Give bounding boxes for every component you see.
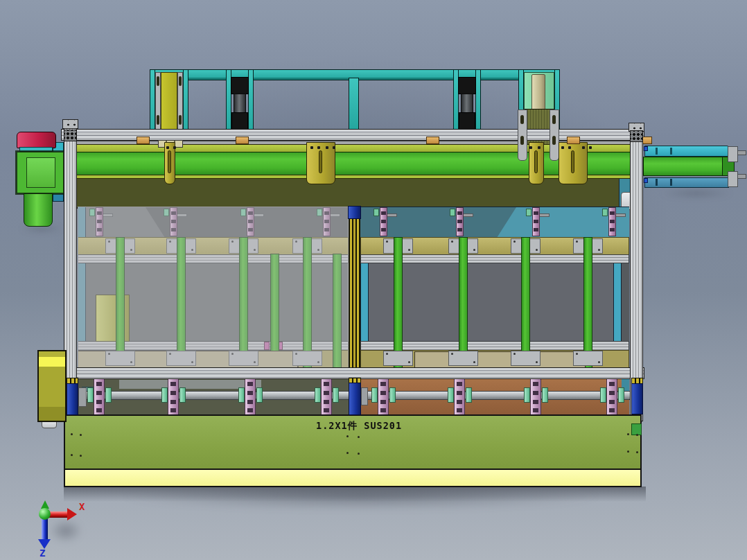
extension-end-bracket — [728, 171, 738, 187]
x-axis-shaft[interactable] — [49, 511, 67, 518]
rail-slot — [179, 76, 182, 86]
clamp-block — [602, 209, 608, 216]
bolt-head — [529, 146, 532, 149]
clamp-slot — [457, 220, 462, 223]
sprocket-slot — [324, 400, 329, 404]
shaft-collar — [333, 387, 339, 403]
clamp-slot — [381, 211, 386, 215]
cad-viewport[interactable]: 1.2X1件 SUS201 X Z — [0, 0, 747, 560]
mount-block — [567, 137, 580, 144]
plate-screw — [473, 249, 475, 251]
pneumatic-cylinder — [234, 94, 246, 114]
extension-shadow — [648, 187, 745, 200]
bolt-hole — [358, 453, 360, 455]
sprocket-slot — [380, 408, 386, 412]
bolt-head — [561, 146, 564, 149]
plate-screw — [513, 240, 516, 243]
plate-slot — [520, 115, 524, 124]
sprocket-slot — [457, 400, 462, 404]
plate-pin-slot — [656, 148, 658, 155]
pneumatic-cylinder — [461, 94, 473, 114]
machine-assembly: 1.2X1件 SUS201 — [0, 0, 747, 560]
sprocket-slot — [380, 382, 386, 386]
sprocket-slot — [96, 400, 102, 404]
bolt-head — [317, 146, 320, 149]
gantry-center-post — [349, 78, 359, 133]
origin-sphere[interactable] — [39, 508, 51, 520]
bolt-hole — [358, 436, 360, 438]
divider-bar — [459, 237, 468, 369]
x-axis-label: X — [79, 501, 85, 512]
sprocket-slot — [533, 400, 538, 404]
sprocket-slot — [457, 408, 462, 412]
post-connector-block — [64, 130, 77, 141]
bolt-hole — [346, 435, 349, 437]
plate-screw — [451, 240, 453, 243]
sprocket-slot — [96, 391, 102, 395]
bolt-head — [310, 146, 313, 149]
frame-post-right — [630, 123, 643, 421]
bolt-hole — [80, 434, 82, 436]
center-divider-blue-top — [348, 206, 361, 219]
sprocket-slot — [170, 382, 176, 386]
clamp-slot — [534, 211, 538, 215]
divider-bar — [521, 237, 530, 369]
bolt-head — [538, 146, 541, 149]
bolt-head — [166, 146, 169, 149]
clamp-slot — [610, 220, 615, 223]
lifter-screw-cylinder — [531, 74, 545, 112]
shaft-collar — [315, 387, 321, 403]
sprocket-slot — [533, 408, 538, 412]
clamp-arm — [615, 213, 626, 217]
plate-screw — [536, 249, 538, 251]
clamp-block — [374, 209, 379, 216]
sprocket-slot — [457, 382, 462, 386]
sprocket-slot — [247, 400, 253, 404]
bolt-head — [326, 146, 328, 149]
plate-pin-slot — [670, 148, 672, 155]
z-axis-shaft[interactable] — [42, 517, 48, 540]
extension-roller — [643, 157, 735, 176]
sprocket-slot — [609, 400, 615, 404]
divider-bar — [394, 237, 403, 369]
sprocket-slot — [96, 408, 102, 412]
clamp-block — [450, 209, 455, 216]
plate-screw — [598, 361, 600, 363]
bolt-head — [568, 146, 571, 149]
mount-block — [137, 137, 150, 144]
bolt-hole — [346, 452, 349, 454]
plate-screw — [536, 361, 538, 363]
plate-screw — [576, 353, 578, 355]
sensor-bit — [644, 146, 648, 151]
bearing-block — [349, 383, 361, 415]
clamp-slot — [534, 220, 538, 223]
cylinder-bracket-bottom — [459, 112, 475, 130]
clamp-slot — [610, 211, 615, 215]
sprocket-slot — [380, 391, 386, 395]
sprocket-slot — [96, 382, 102, 386]
plate-screw — [598, 249, 600, 251]
shaft-collar — [161, 387, 168, 403]
skirt-panel — [64, 469, 642, 487]
extension-pin — [737, 174, 746, 179]
cylinder-bracket-bottom — [231, 112, 248, 130]
hanger-slot — [534, 150, 538, 173]
machine-shadow-band — [64, 487, 646, 502]
x-axis-arrowhead[interactable] — [67, 508, 77, 520]
sprocket-slot — [533, 391, 538, 395]
center-divider-column — [349, 219, 360, 373]
sprocket-slot — [457, 391, 462, 395]
clamp-slot — [610, 228, 615, 231]
clamp-block — [526, 209, 531, 216]
motor-cover-box — [15, 150, 65, 195]
bolt-head — [173, 146, 176, 149]
bolt-head — [582, 146, 585, 149]
shaft-collar — [542, 387, 548, 403]
sprocket-slot — [609, 382, 615, 386]
beam-bottom-strip — [54, 175, 643, 179]
sprocket-slot — [533, 382, 538, 386]
tower-yellow-panel — [161, 72, 177, 133]
motor-cap — [17, 132, 56, 148]
plate-screw — [513, 353, 516, 355]
hanger-slot — [319, 150, 322, 173]
